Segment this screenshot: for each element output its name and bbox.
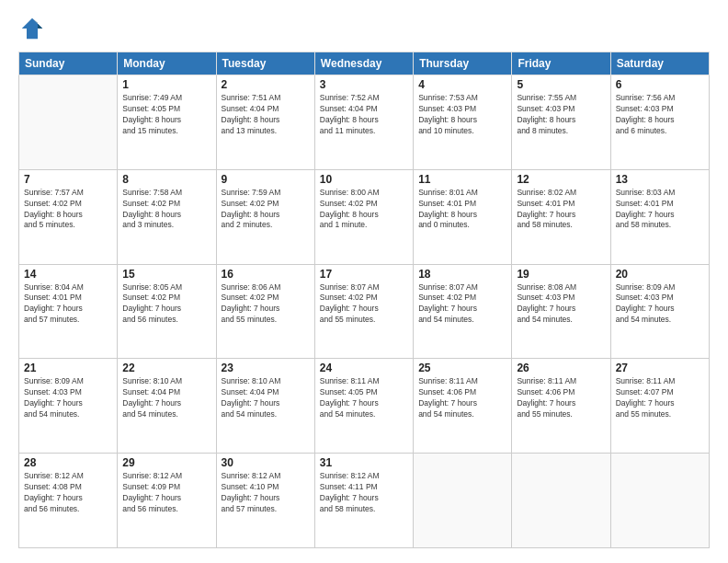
day-number: 8 xyxy=(122,173,210,186)
calendar-cell: 12Sunrise: 8:02 AM Sunset: 4:01 PM Dayli… xyxy=(512,169,610,264)
day-number: 14 xyxy=(24,268,112,281)
day-info: Sunrise: 7:57 AM Sunset: 4:02 PM Dayligh… xyxy=(24,188,112,232)
page: SundayMondayTuesdayWednesdayThursdayFrid… xyxy=(0,0,728,563)
day-info: Sunrise: 7:55 AM Sunset: 4:03 PM Dayligh… xyxy=(517,93,605,137)
day-number: 23 xyxy=(222,362,310,374)
day-info: Sunrise: 8:10 AM Sunset: 4:04 PM Dayligh… xyxy=(122,376,210,420)
calendar-cell: 30Sunrise: 8:12 AM Sunset: 4:10 PM Dayli… xyxy=(216,454,314,548)
day-info: Sunrise: 8:12 AM Sunset: 4:11 PM Dayligh… xyxy=(320,471,408,515)
day-number: 2 xyxy=(222,78,310,91)
calendar-cell: 17Sunrise: 8:07 AM Sunset: 4:02 PM Dayli… xyxy=(314,264,413,359)
day-info: Sunrise: 8:11 AM Sunset: 4:06 PM Dayligh… xyxy=(517,376,605,420)
day-number: 30 xyxy=(222,456,310,469)
day-info: Sunrise: 8:12 AM Sunset: 4:10 PM Dayligh… xyxy=(222,471,310,515)
col-header-thursday: Thursday xyxy=(414,52,512,75)
calendar-cell: 1Sunrise: 7:49 AM Sunset: 4:05 PM Daylig… xyxy=(118,75,216,170)
day-info: Sunrise: 8:03 AM Sunset: 4:01 PM Dayligh… xyxy=(616,188,704,232)
day-number: 1 xyxy=(122,78,210,91)
day-info: Sunrise: 8:08 AM Sunset: 4:03 PM Dayligh… xyxy=(517,282,605,327)
day-number: 6 xyxy=(616,78,704,91)
day-number: 20 xyxy=(616,268,704,281)
day-info: Sunrise: 8:12 AM Sunset: 4:08 PM Dayligh… xyxy=(24,471,112,515)
col-header-tuesday: Tuesday xyxy=(216,52,314,75)
calendar-cell: 22Sunrise: 8:10 AM Sunset: 4:04 PM Dayli… xyxy=(118,359,216,454)
day-number: 3 xyxy=(320,78,408,91)
day-info: Sunrise: 8:00 AM Sunset: 4:02 PM Dayligh… xyxy=(320,188,408,232)
day-number: 24 xyxy=(320,362,408,374)
calendar-cell: 11Sunrise: 8:01 AM Sunset: 4:01 PM Dayli… xyxy=(414,169,512,264)
col-header-friday: Friday xyxy=(512,52,610,75)
calendar-cell: 7Sunrise: 7:57 AM Sunset: 4:02 PM Daylig… xyxy=(19,169,118,264)
day-info: Sunrise: 8:10 AM Sunset: 4:04 PM Dayligh… xyxy=(222,376,310,420)
calendar-week-0: 1Sunrise: 7:49 AM Sunset: 4:05 PM Daylig… xyxy=(19,75,710,170)
day-number: 21 xyxy=(24,362,112,374)
day-number: 5 xyxy=(517,78,605,91)
calendar-header-row: SundayMondayTuesdayWednesdayThursdayFrid… xyxy=(19,52,710,75)
calendar-cell: 14Sunrise: 8:04 AM Sunset: 4:01 PM Dayli… xyxy=(19,264,118,359)
day-info: Sunrise: 8:09 AM Sunset: 4:03 PM Dayligh… xyxy=(24,376,112,420)
calendar-cell: 15Sunrise: 8:05 AM Sunset: 4:02 PM Dayli… xyxy=(118,264,216,359)
day-info: Sunrise: 8:11 AM Sunset: 4:06 PM Dayligh… xyxy=(418,376,506,420)
day-info: Sunrise: 8:11 AM Sunset: 4:05 PM Dayligh… xyxy=(320,376,408,420)
logo-icon xyxy=(18,15,46,42)
calendar-cell: 13Sunrise: 8:03 AM Sunset: 4:01 PM Dayli… xyxy=(610,169,709,264)
day-number: 9 xyxy=(222,173,310,186)
col-header-monday: Monday xyxy=(118,52,216,75)
calendar-cell: 29Sunrise: 8:12 AM Sunset: 4:09 PM Dayli… xyxy=(118,454,216,548)
calendar-cell xyxy=(414,454,512,548)
day-number: 28 xyxy=(24,456,112,469)
day-info: Sunrise: 8:04 AM Sunset: 4:01 PM Dayligh… xyxy=(24,282,112,327)
calendar-cell: 24Sunrise: 8:11 AM Sunset: 4:05 PM Dayli… xyxy=(314,359,413,454)
calendar-cell: 21Sunrise: 8:09 AM Sunset: 4:03 PM Dayli… xyxy=(19,359,118,454)
calendar-cell: 20Sunrise: 8:09 AM Sunset: 4:03 PM Dayli… xyxy=(610,264,709,359)
day-info: Sunrise: 7:53 AM Sunset: 4:03 PM Dayligh… xyxy=(418,93,506,137)
calendar-week-3: 21Sunrise: 8:09 AM Sunset: 4:03 PM Dayli… xyxy=(19,359,710,454)
calendar-cell: 10Sunrise: 8:00 AM Sunset: 4:02 PM Dayli… xyxy=(314,169,413,264)
day-info: Sunrise: 8:09 AM Sunset: 4:03 PM Dayligh… xyxy=(616,282,704,327)
calendar-cell: 23Sunrise: 8:10 AM Sunset: 4:04 PM Dayli… xyxy=(216,359,314,454)
day-number: 10 xyxy=(320,173,408,186)
day-info: Sunrise: 8:07 AM Sunset: 4:02 PM Dayligh… xyxy=(320,282,408,327)
calendar-cell: 26Sunrise: 8:11 AM Sunset: 4:06 PM Dayli… xyxy=(512,359,610,454)
calendar-cell: 27Sunrise: 8:11 AM Sunset: 4:07 PM Dayli… xyxy=(610,359,709,454)
day-info: Sunrise: 7:56 AM Sunset: 4:03 PM Dayligh… xyxy=(616,93,704,137)
col-header-saturday: Saturday xyxy=(610,52,709,75)
day-number: 7 xyxy=(24,173,112,186)
day-number: 27 xyxy=(616,362,704,374)
day-number: 26 xyxy=(517,362,605,374)
header xyxy=(18,15,710,42)
logo xyxy=(18,15,50,42)
day-info: Sunrise: 8:02 AM Sunset: 4:01 PM Dayligh… xyxy=(517,188,605,232)
calendar-cell: 31Sunrise: 8:12 AM Sunset: 4:11 PM Dayli… xyxy=(314,454,413,548)
day-number: 29 xyxy=(122,456,210,469)
col-header-sunday: Sunday xyxy=(19,52,118,75)
calendar-cell: 16Sunrise: 8:06 AM Sunset: 4:02 PM Dayli… xyxy=(216,264,314,359)
calendar-cell: 19Sunrise: 8:08 AM Sunset: 4:03 PM Dayli… xyxy=(512,264,610,359)
day-info: Sunrise: 7:59 AM Sunset: 4:02 PM Dayligh… xyxy=(222,188,310,232)
day-number: 31 xyxy=(320,456,408,469)
day-info: Sunrise: 7:58 AM Sunset: 4:02 PM Dayligh… xyxy=(122,188,210,232)
calendar-cell: 25Sunrise: 8:11 AM Sunset: 4:06 PM Dayli… xyxy=(414,359,512,454)
day-info: Sunrise: 8:12 AM Sunset: 4:09 PM Dayligh… xyxy=(122,471,210,515)
day-number: 16 xyxy=(222,268,310,281)
col-header-wednesday: Wednesday xyxy=(314,52,413,75)
day-info: Sunrise: 7:52 AM Sunset: 4:04 PM Dayligh… xyxy=(320,93,408,137)
day-info: Sunrise: 8:01 AM Sunset: 4:01 PM Dayligh… xyxy=(418,188,506,232)
calendar-cell: 4Sunrise: 7:53 AM Sunset: 4:03 PM Daylig… xyxy=(414,75,512,170)
day-number: 12 xyxy=(517,173,605,186)
day-info: Sunrise: 8:11 AM Sunset: 4:07 PM Dayligh… xyxy=(616,376,704,420)
day-info: Sunrise: 7:51 AM Sunset: 4:04 PM Dayligh… xyxy=(222,93,310,137)
day-number: 19 xyxy=(517,268,605,281)
calendar-week-2: 14Sunrise: 8:04 AM Sunset: 4:01 PM Dayli… xyxy=(19,264,710,359)
calendar-week-4: 28Sunrise: 8:12 AM Sunset: 4:08 PM Dayli… xyxy=(19,454,710,548)
day-number: 15 xyxy=(122,268,210,281)
day-number: 17 xyxy=(320,268,408,281)
calendar-cell: 9Sunrise: 7:59 AM Sunset: 4:02 PM Daylig… xyxy=(216,169,314,264)
day-number: 11 xyxy=(418,173,506,186)
day-number: 4 xyxy=(418,78,506,91)
calendar-week-1: 7Sunrise: 7:57 AM Sunset: 4:02 PM Daylig… xyxy=(19,169,710,264)
calendar-cell: 18Sunrise: 8:07 AM Sunset: 4:02 PM Dayli… xyxy=(414,264,512,359)
day-number: 25 xyxy=(418,362,506,374)
calendar-cell: 3Sunrise: 7:52 AM Sunset: 4:04 PM Daylig… xyxy=(314,75,413,170)
calendar-cell xyxy=(19,75,118,170)
